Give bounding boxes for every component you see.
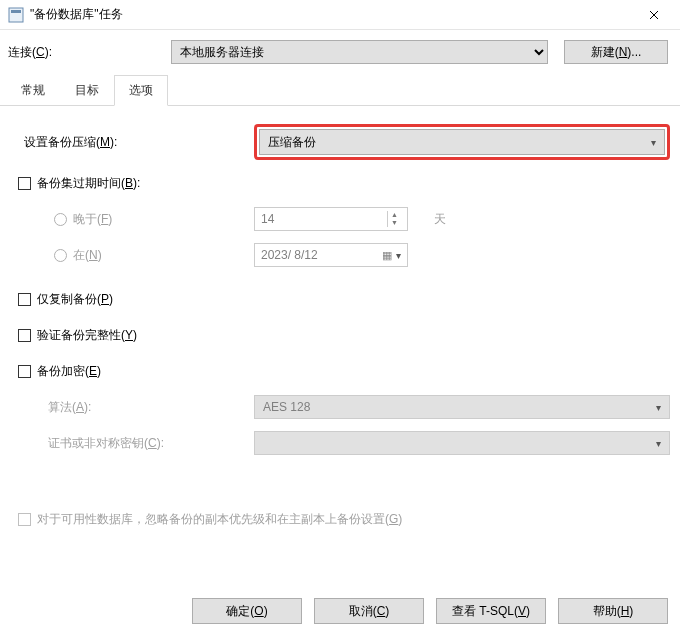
after-days-input: 14 ▲▼	[254, 207, 408, 231]
app-icon	[8, 7, 24, 23]
connection-label: 连接(C):	[8, 44, 163, 61]
options-pane: 设置备份压缩(M): 压缩备份▾ 备份集过期时间(B): 晚于(F) 14 ▲▼…	[0, 106, 680, 550]
connection-row: 连接(C): 本地服务器连接 新建(N)...	[0, 30, 680, 70]
after-radio	[54, 213, 67, 226]
expire-row: 备份集过期时间(B):	[18, 168, 670, 198]
after-ctrl: 14 ▲▼ 天	[254, 207, 670, 231]
tab-target[interactable]: 目标	[60, 75, 114, 106]
copyonly-checkbox[interactable]	[18, 293, 31, 306]
verify-row: 验证备份完整性(Y)	[18, 320, 670, 350]
encrypt-row: 备份加密(E)	[18, 356, 670, 386]
certificate-row: 证书或非对称密钥(C): ▾	[18, 428, 670, 458]
help-button[interactable]: 帮助(H)	[558, 598, 668, 624]
dialog-footer: 确定(O) 取消(C) 查看 T-SQL(V) 帮助(H)	[192, 598, 668, 624]
tab-strip: 常规 目标 选项	[0, 74, 680, 106]
compression-select[interactable]: 压缩备份▾	[259, 129, 665, 155]
on-radio	[54, 249, 67, 262]
on-ctrl: 2023/ 8/12 ▦▾	[254, 243, 670, 267]
algorithm-label: 算法(A):	[18, 399, 254, 416]
encrypt-checkbox[interactable]	[18, 365, 31, 378]
copyonly-label: 仅复制备份(P)	[18, 291, 254, 308]
availability-checkbox	[18, 513, 31, 526]
tab-options[interactable]: 选项	[114, 75, 168, 106]
chevron-down-icon: ▾	[656, 438, 661, 449]
after-row: 晚于(F) 14 ▲▼ 天	[18, 204, 670, 234]
certificate-label: 证书或非对称密钥(C):	[18, 435, 254, 452]
chevron-down-icon: ▾	[651, 137, 656, 148]
copyonly-row: 仅复制备份(P)	[18, 284, 670, 314]
new-connection-button[interactable]: 新建(N)...	[564, 40, 668, 64]
title-bar: "备份数据库"任务	[0, 0, 680, 30]
days-label: 天	[434, 211, 446, 228]
after-label: 晚于(F)	[18, 211, 254, 228]
view-tsql-button[interactable]: 查看 T-SQL(V)	[436, 598, 546, 624]
availability-label: 对于可用性数据库，忽略备份的副本优先级和在主副本上备份设置(G)	[18, 511, 402, 528]
svg-rect-1	[11, 10, 21, 13]
algorithm-ctrl: AES 128▾	[254, 395, 670, 419]
compression-row: 设置备份压缩(M): 压缩备份▾	[18, 124, 670, 160]
verify-label: 验证备份完整性(Y)	[18, 327, 254, 344]
tab-general[interactable]: 常规	[6, 75, 60, 106]
encrypt-label: 备份加密(E)	[18, 363, 254, 380]
close-button[interactable]	[632, 1, 676, 29]
spinner-icon: ▲▼	[387, 211, 401, 227]
algorithm-row: 算法(A): AES 128▾	[18, 392, 670, 422]
expire-checkbox[interactable]	[18, 177, 31, 190]
calendar-icon: ▦▾	[376, 249, 401, 262]
certificate-ctrl: ▾	[254, 431, 670, 455]
chevron-down-icon: ▾	[656, 402, 661, 413]
window-title: "备份数据库"任务	[30, 6, 632, 23]
on-row: 在(N) 2023/ 8/12 ▦▾	[18, 240, 670, 270]
ok-button[interactable]: 确定(O)	[192, 598, 302, 624]
algorithm-select: AES 128▾	[254, 395, 670, 419]
compression-label: 设置备份压缩(M):	[18, 134, 254, 151]
on-date-input: 2023/ 8/12 ▦▾	[254, 243, 408, 267]
verify-checkbox[interactable]	[18, 329, 31, 342]
expire-label: 备份集过期时间(B):	[18, 175, 254, 192]
connection-select[interactable]: 本地服务器连接	[171, 40, 548, 64]
cancel-button[interactable]: 取消(C)	[314, 598, 424, 624]
on-label: 在(N)	[18, 247, 254, 264]
compression-highlight: 压缩备份▾	[254, 124, 670, 160]
certificate-select: ▾	[254, 431, 670, 455]
availability-row: 对于可用性数据库，忽略备份的副本优先级和在主副本上备份设置(G)	[18, 504, 670, 534]
